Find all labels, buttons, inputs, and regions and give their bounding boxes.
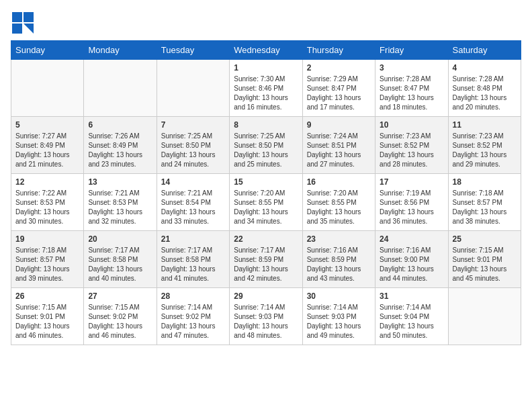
day-info: Sunrise: 7:21 AM Sunset: 8:53 PM Dayligh… [88,189,152,226]
calendar-cell: 19Sunrise: 7:18 AM Sunset: 8:57 PM Dayli… [11,231,84,288]
day-number: 29 [234,291,298,301]
calendar-cell: 10Sunrise: 7:23 AM Sunset: 8:52 PM Dayli… [375,117,448,174]
day-number: 8 [234,120,298,130]
calendar-week-row: 5Sunrise: 7:27 AM Sunset: 8:49 PM Daylig… [11,117,521,174]
day-info: Sunrise: 7:14 AM Sunset: 9:03 PM Dayligh… [234,303,298,340]
day-number: 27 [88,291,152,301]
calendar-cell: 23Sunrise: 7:16 AM Sunset: 8:59 PM Dayli… [302,231,375,288]
calendar-cell: 4Sunrise: 7:28 AM Sunset: 8:48 PM Daylig… [448,60,521,117]
day-info: Sunrise: 7:14 AM Sunset: 9:03 PM Dayligh… [307,303,371,340]
calendar-cell: 26Sunrise: 7:15 AM Sunset: 9:01 PM Dayli… [11,288,84,345]
calendar-cell: 29Sunrise: 7:14 AM Sunset: 9:03 PM Dayli… [230,288,302,345]
calendar-cell: 8Sunrise: 7:25 AM Sunset: 8:50 PM Daylig… [230,117,302,174]
calendar-cell: 21Sunrise: 7:17 AM Sunset: 8:58 PM Dayli… [157,231,229,288]
day-info: Sunrise: 7:27 AM Sunset: 8:49 PM Dayligh… [15,132,79,169]
calendar-cell [11,60,84,117]
day-info: Sunrise: 7:29 AM Sunset: 8:47 PM Dayligh… [307,75,371,112]
day-number: 20 [88,234,152,244]
calendar-cell [448,288,521,345]
day-info: Sunrise: 7:25 AM Sunset: 8:50 PM Dayligh… [234,132,298,169]
day-info: Sunrise: 7:21 AM Sunset: 8:54 PM Dayligh… [161,189,225,226]
calendar-cell: 16Sunrise: 7:20 AM Sunset: 8:55 PM Dayli… [302,174,375,231]
calendar-cell: 25Sunrise: 7:15 AM Sunset: 9:01 PM Dayli… [448,231,521,288]
day-info: Sunrise: 7:28 AM Sunset: 8:47 PM Dayligh… [380,75,443,112]
day-info: Sunrise: 7:23 AM Sunset: 8:52 PM Dayligh… [380,132,443,169]
calendar-cell: 14Sunrise: 7:21 AM Sunset: 8:54 PM Dayli… [157,174,229,231]
day-info: Sunrise: 7:19 AM Sunset: 8:56 PM Dayligh… [380,189,443,226]
logo-icon [11,11,35,35]
day-number: 21 [161,234,225,244]
calendar-cell: 20Sunrise: 7:17 AM Sunset: 8:58 PM Dayli… [84,231,157,288]
calendar-cell: 12Sunrise: 7:22 AM Sunset: 8:53 PM Dayli… [11,174,84,231]
svg-marker-3 [24,24,34,34]
svg-rect-1 [24,12,34,22]
day-number: 12 [15,177,79,187]
calendar-cell: 28Sunrise: 7:14 AM Sunset: 9:02 PM Dayli… [157,288,229,345]
day-number: 9 [307,120,371,130]
day-info: Sunrise: 7:14 AM Sunset: 9:02 PM Dayligh… [161,303,225,340]
day-number: 6 [88,120,152,130]
page-header [11,11,521,35]
day-info: Sunrise: 7:17 AM Sunset: 8:59 PM Dayligh… [234,246,298,283]
day-number: 22 [234,234,298,244]
day-number: 17 [380,177,443,187]
column-header-monday: Monday [84,41,157,60]
calendar-cell: 5Sunrise: 7:27 AM Sunset: 8:49 PM Daylig… [11,117,84,174]
calendar-week-row: 12Sunrise: 7:22 AM Sunset: 8:53 PM Dayli… [11,174,521,231]
day-info: Sunrise: 7:17 AM Sunset: 8:58 PM Dayligh… [161,246,225,283]
calendar-cell: 9Sunrise: 7:24 AM Sunset: 8:51 PM Daylig… [302,117,375,174]
day-number: 31 [380,291,443,301]
day-number: 3 [380,63,443,73]
day-number: 11 [453,120,517,130]
calendar-cell [84,60,157,117]
calendar-week-row: 1Sunrise: 7:30 AM Sunset: 8:46 PM Daylig… [11,60,521,117]
calendar-week-row: 19Sunrise: 7:18 AM Sunset: 8:57 PM Dayli… [11,231,521,288]
calendar-cell: 15Sunrise: 7:20 AM Sunset: 8:55 PM Dayli… [230,174,302,231]
calendar-cell: 31Sunrise: 7:14 AM Sunset: 9:04 PM Dayli… [375,288,448,345]
day-info: Sunrise: 7:26 AM Sunset: 8:49 PM Dayligh… [88,132,152,169]
column-header-wednesday: Wednesday [230,41,302,60]
day-number: 13 [88,177,152,187]
calendar-cell: 6Sunrise: 7:26 AM Sunset: 8:49 PM Daylig… [84,117,157,174]
calendar-cell: 11Sunrise: 7:23 AM Sunset: 8:52 PM Dayli… [448,117,521,174]
day-info: Sunrise: 7:17 AM Sunset: 8:58 PM Dayligh… [88,246,152,283]
day-number: 28 [161,291,225,301]
calendar-cell: 13Sunrise: 7:21 AM Sunset: 8:53 PM Dayli… [84,174,157,231]
day-number: 2 [307,63,371,73]
calendar-cell: 30Sunrise: 7:14 AM Sunset: 9:03 PM Dayli… [302,288,375,345]
calendar-cell: 2Sunrise: 7:29 AM Sunset: 8:47 PM Daylig… [302,60,375,117]
column-header-friday: Friday [375,41,448,60]
day-number: 15 [234,177,298,187]
day-info: Sunrise: 7:18 AM Sunset: 8:57 PM Dayligh… [453,189,517,226]
day-number: 25 [453,234,517,244]
column-header-saturday: Saturday [448,41,521,60]
svg-rect-2 [12,24,22,34]
day-number: 26 [15,291,79,301]
day-info: Sunrise: 7:18 AM Sunset: 8:57 PM Dayligh… [15,246,79,283]
day-number: 5 [15,120,79,130]
day-number: 18 [453,177,517,187]
calendar-table: SundayMondayTuesdayWednesdayThursdayFrid… [11,40,521,345]
day-info: Sunrise: 7:23 AM Sunset: 8:52 PM Dayligh… [453,132,517,169]
day-number: 16 [307,177,371,187]
day-info: Sunrise: 7:16 AM Sunset: 8:59 PM Dayligh… [307,246,371,283]
calendar-cell: 3Sunrise: 7:28 AM Sunset: 8:47 PM Daylig… [375,60,448,117]
svg-rect-0 [12,12,22,22]
day-number: 1 [234,63,298,73]
day-info: Sunrise: 7:20 AM Sunset: 8:55 PM Dayligh… [234,189,298,226]
column-header-tuesday: Tuesday [157,41,229,60]
day-number: 10 [380,120,443,130]
column-header-thursday: Thursday [302,41,375,60]
day-number: 23 [307,234,371,244]
calendar-cell [157,60,229,117]
calendar-cell: 27Sunrise: 7:15 AM Sunset: 9:02 PM Dayli… [84,288,157,345]
day-info: Sunrise: 7:15 AM Sunset: 9:01 PM Dayligh… [453,246,517,283]
logo [11,11,38,35]
calendar-cell: 22Sunrise: 7:17 AM Sunset: 8:59 PM Dayli… [230,231,302,288]
day-info: Sunrise: 7:15 AM Sunset: 9:02 PM Dayligh… [88,303,152,340]
day-info: Sunrise: 7:14 AM Sunset: 9:04 PM Dayligh… [380,303,443,340]
day-number: 4 [453,63,517,73]
day-number: 7 [161,120,225,130]
calendar-week-row: 26Sunrise: 7:15 AM Sunset: 9:01 PM Dayli… [11,288,521,345]
day-number: 24 [380,234,443,244]
